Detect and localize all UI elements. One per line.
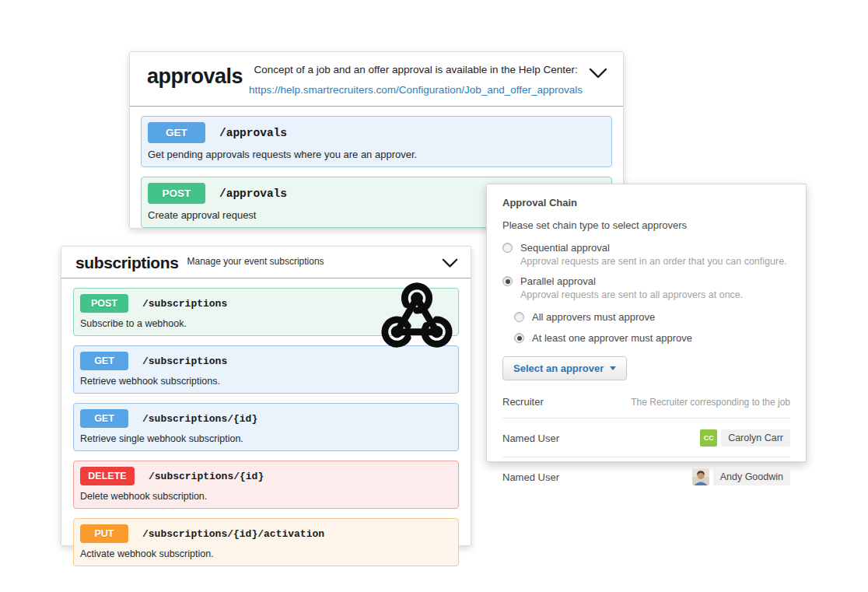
approval-chain-title: Approval Chain	[502, 197, 790, 208]
parallel-sub-options: All approvers must approve At least one …	[514, 311, 790, 344]
subscriptions-subtitle: Manage your event subscriptions	[187, 256, 324, 267]
radio-label[interactable]: At least one approver must approve	[532, 332, 692, 344]
approvals-help: Concept of a job and an offer approval i…	[243, 61, 589, 96]
subscriptions-section-title[interactable]: subscriptions	[75, 254, 179, 272]
endpoint-path: /subscriptions/{id}	[142, 413, 257, 425]
approver-role-label: Recruiter	[502, 396, 544, 408]
endpoint-description: Retrieve webhook subscriptions.	[74, 370, 458, 393]
radio-at-least-one-approver[interactable]: At least one approver must approve	[514, 332, 790, 344]
approvals-help-text: Concept of a job and an offer approval i…	[243, 64, 589, 75]
radio-label[interactable]: Parallel approval	[520, 275, 596, 287]
endpoint-get-subscription-by-id[interactable]: GET /subscriptions/{id} Retrieve single …	[73, 403, 459, 451]
radio-label[interactable]: Sequential approval	[520, 242, 610, 254]
radio-description: Approval requests are sent to all approv…	[520, 289, 790, 300]
select-approver-label: Select an approver	[513, 363, 604, 374]
radio-description: Approval requests are sent in an order t…	[520, 256, 790, 267]
radio-icon[interactable]	[514, 312, 524, 322]
header-divider	[130, 106, 623, 107]
endpoint-description: Delete webhook subscription.	[74, 485, 458, 508]
approver-row-named-user: Named User CC Carolyn Carr	[502, 418, 790, 457]
endpoint-path: /subscriptions/{id}	[149, 471, 264, 482]
user-chip-carolyn-carr[interactable]: CC Carolyn Carr	[700, 429, 790, 447]
avatar-photo	[692, 468, 709, 485]
subscriptions-header: subscriptions Manage your event subscrip…	[61, 247, 471, 272]
method-badge-post: POST	[80, 294, 128, 313]
user-name: Andy Goodwin	[713, 468, 790, 485]
approver-hint: The Recruiter corresponding to the job	[631, 397, 790, 408]
radio-all-approvers[interactable]: All approvers must approve	[514, 311, 790, 323]
endpoint-put-subscription-activation[interactable]: PUT /subscriptions/{id}/activation Activ…	[73, 518, 459, 566]
radio-icon-selected[interactable]	[514, 333, 524, 343]
approver-role-label: Named User	[502, 433, 559, 444]
approval-chain-panel: Approval Chain Please set chain type to …	[486, 184, 807, 462]
endpoint-path: /approvals	[219, 187, 287, 200]
method-badge-get: GET	[80, 409, 128, 428]
approvals-help-link[interactable]: https://help.smartrecruiters.com/Configu…	[243, 84, 589, 96]
screenshot-canvas: approvals Concept of a job and an offer …	[0, 0, 868, 592]
endpoint-description: Get pending approvals requests where you…	[142, 143, 611, 166]
method-badge-get: GET	[148, 122, 205, 143]
endpoint-description: Activate webhook subscription.	[74, 543, 458, 566]
approver-row-recruiter: Recruiter The Recruiter corresponding to…	[502, 385, 790, 418]
approval-chain-subtitle: Please set chain type to select approver…	[502, 219, 790, 231]
method-badge-post: POST	[148, 183, 205, 204]
radio-sequential-approval[interactable]: Sequential approval	[502, 242, 790, 254]
user-chip-andy-goodwin[interactable]: Andy Goodwin	[692, 468, 790, 485]
radio-parallel-approval[interactable]: Parallel approval	[502, 275, 790, 287]
endpoint-description: Retrieve single webhook subscription.	[74, 428, 458, 450]
method-badge-delete: DELETE	[80, 467, 135, 485]
approvals-header: approvals Concept of a job and an offer …	[130, 52, 623, 96]
webhook-icon	[378, 277, 456, 353]
approver-role-label: Named User	[502, 471, 559, 483]
radio-label[interactable]: All approvers must approve	[532, 311, 655, 323]
chevron-down-icon[interactable]	[589, 68, 607, 82]
endpoint-path: /approvals	[219, 127, 287, 139]
chevron-down-icon[interactable]	[442, 257, 458, 271]
method-badge-get: GET	[80, 352, 128, 370]
method-badge-put: PUT	[80, 524, 128, 543]
endpoint-path: /subscriptions/{id}/activation	[142, 528, 324, 540]
endpoint-path: /subscriptions	[142, 356, 227, 367]
endpoint-delete-subscription[interactable]: DELETE /subscriptions/{id} Delete webhoo…	[73, 461, 459, 509]
select-approver-button[interactable]: Select an approver	[502, 356, 627, 380]
endpoint-get-approvals[interactable]: GET /approvals Get pending approvals req…	[141, 116, 612, 167]
user-name: Carolyn Carr	[721, 429, 790, 447]
radio-icon[interactable]	[502, 243, 513, 253]
caret-down-icon	[610, 366, 616, 370]
endpoint-path: /subscriptions	[142, 298, 227, 310]
approvals-section-title[interactable]: approvals	[147, 65, 243, 89]
approver-row-named-user: Named User Andy Goodwin	[502, 457, 790, 496]
radio-icon-selected[interactable]	[502, 276, 513, 286]
avatar-initials: CC	[700, 429, 717, 447]
